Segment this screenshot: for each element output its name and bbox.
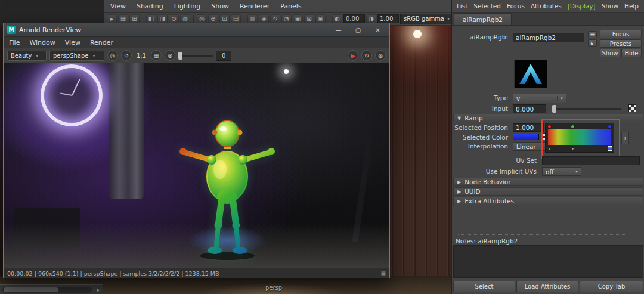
type-label: Type	[452, 94, 512, 103]
menu-attributes[interactable]: Attributes	[531, 2, 562, 10]
maya-app-icon: M	[7, 26, 16, 34]
scrollbar-thumb[interactable]	[4, 287, 58, 292]
arnold-node-swatch[interactable]	[514, 60, 547, 88]
map-texture-icon[interactable]	[628, 104, 636, 112]
ramp-expand-button[interactable]: ›	[621, 132, 629, 144]
ramp-key-green[interactable]	[571, 125, 575, 129]
window-titlebar[interactable]: M Arnold RenderView — ▢ ×	[4, 23, 389, 36]
select-button[interactable]: Select	[453, 281, 515, 292]
renderview-toolbar: Beauty ▾ perspShape ▾ ◎ ↺ 1:1 ▦ ⊛ 0 ▶ ↻ …	[4, 48, 389, 63]
toolbar-separator	[244, 15, 244, 23]
menu-help[interactable]: Help	[624, 2, 639, 10]
input-slider[interactable]	[552, 108, 621, 110]
start-render-icon[interactable]: ▶	[348, 50, 358, 61]
exposure-field[interactable]: 0.00	[343, 14, 365, 23]
ab-compare-icon[interactable]: ↺	[121, 50, 132, 61]
copy-tab-button[interactable]: Copy Tab	[580, 281, 643, 292]
render-view[interactable]	[4, 63, 389, 268]
menu-render[interactable]: Render	[90, 39, 113, 47]
viewport-wood-wall	[382, 0, 451, 294]
zoom-1-1-button[interactable]: 1:1	[135, 52, 148, 59]
use-implicit-uvs-dropdown[interactable]: off ▾	[542, 167, 581, 176]
ramp-key-red[interactable]	[547, 125, 552, 129]
render-settings-icon[interactable]: ⊛	[165, 50, 175, 61]
section-node-behavior-label: Node Behavior	[465, 178, 510, 185]
section-node-behavior[interactable]: ▶ Node Behavior	[453, 178, 643, 186]
node-tab-strip: aiRampRgb2	[452, 13, 644, 26]
ramp-selected-key[interactable]	[608, 146, 612, 151]
scroll-right-arrow-icon[interactable]: ▸	[94, 287, 103, 293]
menu-shading[interactable]: Shading	[137, 2, 163, 10]
menu-file[interactable]: File	[9, 39, 20, 47]
maya-application: persp View Shading Lighting Show Rendere…	[0, 0, 644, 294]
menu-panels[interactable]: Panels	[280, 2, 301, 10]
section-ramp[interactable]: ▼ Ramp	[453, 114, 643, 122]
arnold-renderview-window: M Arnold RenderView — ▢ × File Window Vi…	[3, 23, 390, 278]
ramp-gradient-widget[interactable]	[545, 123, 614, 153]
next-node-icon[interactable]: ▸	[588, 39, 597, 47]
list-mode-icon[interactable]: ≡	[588, 31, 597, 38]
ramp-gradient[interactable]	[548, 129, 611, 145]
node-name-label: aiRampRgb:	[452, 33, 512, 42]
toolbar-separator	[193, 15, 194, 23]
slider-handle[interactable]	[178, 52, 182, 60]
refresh-render-icon[interactable]: ↻	[361, 50, 372, 61]
selected-position-field[interactable]: 1.000	[513, 123, 544, 132]
camera-dropdown[interactable]: perspShape ▾	[49, 51, 104, 61]
tab-airamprgb2[interactable]: aiRampRgb2	[454, 13, 512, 25]
menu-selected[interactable]: Selected	[473, 2, 501, 10]
section-ramp-label: Ramp	[465, 114, 482, 122]
ramp-key-blue[interactable]	[608, 125, 612, 129]
slider-value-field[interactable]: 0	[216, 51, 231, 61]
input-label: Input	[452, 104, 512, 113]
horizontal-scrollbar[interactable]	[2, 287, 92, 293]
section-closed-icon: ▶	[457, 189, 461, 194]
use-implicit-uvs-value: off	[546, 168, 554, 175]
maximize-button[interactable]: ▢	[350, 24, 366, 35]
selected-color-swatch[interactable]	[513, 134, 539, 140]
menu-window[interactable]: Window	[29, 39, 55, 47]
hide-button[interactable]: Hide	[621, 49, 642, 57]
ui-corner-panel	[0, 0, 104, 26]
status-corner-icon[interactable]: ▣	[380, 270, 386, 276]
load-attributes-button[interactable]: Load Attributes	[516, 281, 578, 292]
menu-lighting[interactable]: Lighting	[174, 2, 200, 10]
section-extra-attributes[interactable]: ▶ Extra Attributes	[453, 197, 643, 205]
input-slider-handle[interactable]	[552, 105, 556, 113]
menu-show[interactable]: Show	[602, 2, 618, 10]
viewport-menu-bar: View Shading Lighting Show Renderer Pane…	[104, 0, 451, 13]
region-render-icon[interactable]: ▦	[151, 50, 162, 61]
input-field[interactable]: 0.000	[513, 104, 546, 113]
render-clock-ring-light	[41, 64, 103, 126]
colorspace-dropdown[interactable]: sRGB gamma ▾	[400, 14, 451, 24]
section-uuid-label: UUID	[465, 188, 481, 195]
debug-shading-slider[interactable]	[178, 55, 213, 57]
presets-button[interactable]: Presets	[600, 39, 642, 48]
focus-button[interactable]: Focus	[600, 30, 642, 38]
section-closed-icon: ▶	[457, 199, 461, 204]
show-button[interactable]: Show	[600, 49, 620, 57]
menu-renderer[interactable]: Renderer	[240, 2, 270, 10]
menu-list[interactable]: List	[457, 2, 467, 10]
menu-view[interactable]: View	[110, 2, 126, 10]
menu-show[interactable]: Show	[211, 2, 229, 10]
close-button[interactable]: ×	[370, 24, 386, 35]
ramp-key-marker[interactable]	[571, 147, 574, 150]
notes-label: Notes: aiRampRgb2	[456, 237, 518, 245]
ramp-key-marker[interactable]	[548, 147, 551, 150]
menu-focus[interactable]: Focus	[507, 2, 525, 10]
type-dropdown[interactable]: v ▾	[513, 94, 566, 103]
gamma-field[interactable]: 1.00	[377, 14, 399, 23]
menu-view[interactable]: View	[65, 39, 80, 47]
options-gear-icon[interactable]: ⊛	[375, 50, 386, 61]
render-curtain	[109, 63, 144, 199]
aov-dropdown[interactable]: Beauty ▾	[7, 51, 47, 61]
menu-display[interactable]: [Display]	[568, 2, 596, 10]
snapshot-icon[interactable]: ◎	[107, 50, 118, 61]
node-name-field[interactable]: aiRampRgb2	[513, 33, 584, 42]
notes-textarea[interactable]	[453, 245, 643, 278]
section-uuid[interactable]: ▶ UUID	[453, 187, 643, 196]
minimize-button[interactable]: —	[330, 24, 346, 35]
window-title: Arnold RenderView	[19, 26, 327, 34]
uv-set-field[interactable]	[542, 156, 640, 165]
